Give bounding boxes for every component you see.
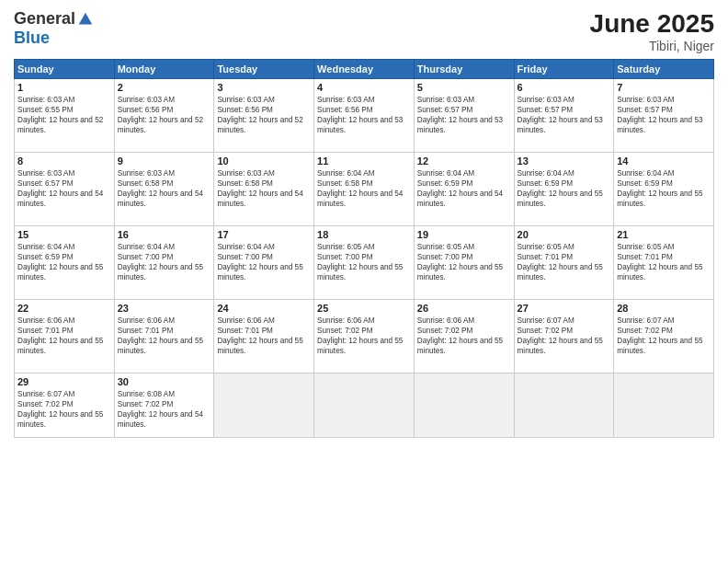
calendar-cell: 28Sunrise: 6:07 AM Sunset: 7:02 PM Dayli…: [614, 300, 714, 373]
calendar-cell: 18Sunrise: 6:05 AM Sunset: 7:00 PM Dayli…: [314, 226, 415, 300]
title-location: Tibiri, Niger: [590, 39, 714, 53]
calendar-cell: 12Sunrise: 6:04 AM Sunset: 6:59 PM Dayli…: [414, 153, 514, 226]
day-info: Sunrise: 6:07 AM Sunset: 7:02 PM Dayligh…: [17, 389, 111, 430]
day-number: 12: [417, 155, 511, 167]
day-number: 5: [417, 82, 511, 93]
day-info: Sunrise: 6:03 AM Sunset: 6:56 PM Dayligh…: [217, 95, 311, 135]
calendar-cell: 13Sunrise: 6:04 AM Sunset: 6:59 PM Dayli…: [514, 153, 614, 226]
day-info: Sunrise: 6:03 AM Sunset: 6:57 PM Dayligh…: [417, 95, 511, 135]
day-number: 28: [617, 303, 711, 314]
calendar-cell: 8Sunrise: 6:03 AM Sunset: 6:57 PM Daylig…: [15, 153, 115, 226]
day-number: 14: [617, 155, 711, 167]
calendar-cell: 14Sunrise: 6:04 AM Sunset: 6:59 PM Dayli…: [614, 153, 714, 226]
day-info: Sunrise: 6:04 AM Sunset: 6:59 PM Dayligh…: [17, 242, 111, 282]
calendar-cell: 6Sunrise: 6:03 AM Sunset: 6:57 PM Daylig…: [514, 79, 614, 153]
day-number: 29: [17, 376, 111, 387]
calendar-header-row: SundayMondayTuesdayWednesdayThursdayFrid…: [15, 60, 714, 79]
day-number: 23: [118, 303, 211, 314]
calendar-cell: 29Sunrise: 6:07 AM Sunset: 7:02 PM Dayli…: [15, 373, 115, 438]
day-info: Sunrise: 6:04 AM Sunset: 6:59 PM Dayligh…: [417, 168, 511, 209]
header-monday: Monday: [114, 60, 214, 79]
day-info: Sunrise: 6:06 AM Sunset: 7:01 PM Dayligh…: [118, 316, 211, 356]
day-number: 1: [17, 82, 111, 93]
day-info: Sunrise: 6:03 AM Sunset: 6:56 PM Dayligh…: [317, 95, 411, 135]
calendar-cell: 17Sunrise: 6:04 AM Sunset: 7:00 PM Dayli…: [214, 226, 314, 300]
calendar-cell: [314, 373, 415, 438]
calendar-cell: 26Sunrise: 6:06 AM Sunset: 7:02 PM Dayli…: [414, 300, 514, 373]
day-number: 16: [118, 229, 211, 240]
calendar-cell: 1Sunrise: 6:03 AM Sunset: 6:55 PM Daylig…: [15, 79, 115, 153]
day-number: 13: [518, 155, 611, 167]
calendar-cell: 21Sunrise: 6:05 AM Sunset: 7:01 PM Dayli…: [614, 226, 714, 300]
calendar-cell: [614, 373, 714, 438]
calendar-week-2: 8Sunrise: 6:03 AM Sunset: 6:57 PM Daylig…: [15, 153, 714, 226]
day-number: 10: [217, 155, 311, 167]
day-info: Sunrise: 6:06 AM Sunset: 7:02 PM Dayligh…: [417, 316, 511, 356]
logo-general: General: [14, 9, 75, 29]
calendar-cell: 4Sunrise: 6:03 AM Sunset: 6:56 PM Daylig…: [314, 79, 415, 153]
day-number: 22: [17, 303, 111, 314]
calendar-cell: 5Sunrise: 6:03 AM Sunset: 6:57 PM Daylig…: [414, 79, 514, 153]
calendar-cell: 27Sunrise: 6:07 AM Sunset: 7:02 PM Dayli…: [514, 300, 614, 373]
day-number: 30: [118, 376, 211, 387]
day-number: 21: [617, 229, 711, 240]
day-number: 20: [518, 229, 611, 240]
page: General Blue June 2025 Tibiri, Niger Sun…: [0, 0, 728, 563]
day-info: Sunrise: 6:03 AM Sunset: 6:55 PM Dayligh…: [17, 95, 111, 135]
header-thursday: Thursday: [414, 60, 514, 79]
calendar-cell: 2Sunrise: 6:03 AM Sunset: 6:56 PM Daylig…: [114, 79, 214, 153]
calendar-cell: 30Sunrise: 6:08 AM Sunset: 7:02 PM Dayli…: [114, 373, 214, 438]
day-info: Sunrise: 6:08 AM Sunset: 7:02 PM Dayligh…: [118, 389, 211, 430]
day-info: Sunrise: 6:07 AM Sunset: 7:02 PM Dayligh…: [518, 316, 611, 356]
day-number: 11: [317, 155, 411, 167]
calendar-cell: 25Sunrise: 6:06 AM Sunset: 7:02 PM Dayli…: [314, 300, 415, 373]
day-info: Sunrise: 6:04 AM Sunset: 6:59 PM Dayligh…: [518, 168, 611, 209]
title-block: June 2025 Tibiri, Niger: [590, 9, 714, 53]
calendar-week-4: 22Sunrise: 6:06 AM Sunset: 7:01 PM Dayli…: [15, 300, 714, 373]
day-number: 6: [518, 82, 611, 93]
calendar: SundayMondayTuesdayWednesdayThursdayFrid…: [14, 59, 714, 438]
header-sunday: Sunday: [15, 60, 115, 79]
logo: General Blue: [14, 9, 94, 48]
day-info: Sunrise: 6:03 AM Sunset: 6:56 PM Dayligh…: [118, 95, 211, 135]
calendar-cell: 19Sunrise: 6:05 AM Sunset: 7:00 PM Dayli…: [414, 226, 514, 300]
calendar-week-3: 15Sunrise: 6:04 AM Sunset: 6:59 PM Dayli…: [15, 226, 714, 300]
calendar-cell: 20Sunrise: 6:05 AM Sunset: 7:01 PM Dayli…: [514, 226, 614, 300]
day-info: Sunrise: 6:03 AM Sunset: 6:58 PM Dayligh…: [118, 168, 211, 209]
calendar-cell: [414, 373, 514, 438]
day-number: 4: [317, 82, 411, 93]
calendar-cell: 24Sunrise: 6:06 AM Sunset: 7:01 PM Dayli…: [214, 300, 314, 373]
day-number: 8: [17, 155, 111, 167]
day-info: Sunrise: 6:03 AM Sunset: 6:57 PM Dayligh…: [617, 95, 711, 135]
calendar-cell: 23Sunrise: 6:06 AM Sunset: 7:01 PM Dayli…: [114, 300, 214, 373]
day-number: 3: [217, 82, 311, 93]
calendar-cell: 9Sunrise: 6:03 AM Sunset: 6:58 PM Daylig…: [114, 153, 214, 226]
day-info: Sunrise: 6:05 AM Sunset: 7:01 PM Dayligh…: [617, 242, 711, 282]
header-saturday: Saturday: [614, 60, 714, 79]
day-info: Sunrise: 6:03 AM Sunset: 6:57 PM Dayligh…: [518, 95, 611, 135]
calendar-cell: 11Sunrise: 6:04 AM Sunset: 6:58 PM Dayli…: [314, 153, 415, 226]
day-number: 18: [317, 229, 411, 240]
calendar-cell: 3Sunrise: 6:03 AM Sunset: 6:56 PM Daylig…: [214, 79, 314, 153]
title-month: June 2025: [590, 9, 714, 39]
calendar-cell: [214, 373, 314, 438]
calendar-cell: 22Sunrise: 6:06 AM Sunset: 7:01 PM Dayli…: [15, 300, 115, 373]
day-info: Sunrise: 6:03 AM Sunset: 6:58 PM Dayligh…: [217, 168, 311, 209]
day-number: 2: [118, 82, 211, 93]
day-number: 25: [317, 303, 411, 314]
logo-icon: [77, 11, 94, 28]
day-info: Sunrise: 6:06 AM Sunset: 7:01 PM Dayligh…: [217, 316, 311, 356]
day-info: Sunrise: 6:06 AM Sunset: 7:02 PM Dayligh…: [317, 316, 411, 356]
day-number: 9: [118, 155, 211, 167]
day-info: Sunrise: 6:03 AM Sunset: 6:57 PM Dayligh…: [17, 168, 111, 209]
logo-blue: Blue: [14, 29, 50, 48]
calendar-week-1: 1Sunrise: 6:03 AM Sunset: 6:55 PM Daylig…: [15, 79, 714, 153]
calendar-cell: 7Sunrise: 6:03 AM Sunset: 6:57 PM Daylig…: [614, 79, 714, 153]
calendar-cell: 16Sunrise: 6:04 AM Sunset: 7:00 PM Dayli…: [114, 226, 214, 300]
day-info: Sunrise: 6:05 AM Sunset: 7:00 PM Dayligh…: [417, 242, 511, 282]
day-info: Sunrise: 6:04 AM Sunset: 6:59 PM Dayligh…: [617, 168, 711, 209]
header-wednesday: Wednesday: [314, 60, 415, 79]
header: General Blue June 2025 Tibiri, Niger: [14, 9, 714, 53]
day-number: 24: [217, 303, 311, 314]
header-tuesday: Tuesday: [214, 60, 314, 79]
